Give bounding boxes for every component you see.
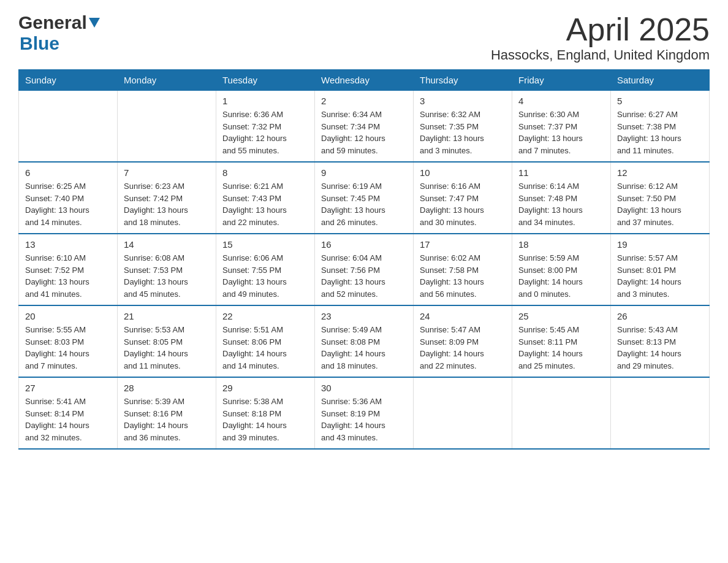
calendar-week-row: 20Sunrise: 5:55 AMSunset: 8:03 PMDayligh…	[19, 305, 710, 377]
day-number: 2	[321, 96, 407, 106]
day-info: Sunrise: 6:14 AMSunset: 7:48 PMDaylight:…	[518, 180, 604, 228]
day-info: Sunrise: 6:21 AMSunset: 7:43 PMDaylight:…	[222, 180, 308, 228]
page-subtitle: Hassocks, England, United Kingdom	[491, 47, 710, 63]
calendar-cell: 12Sunrise: 6:12 AMSunset: 7:50 PMDayligh…	[611, 162, 710, 234]
calendar-cell: 10Sunrise: 6:16 AMSunset: 7:47 PMDayligh…	[414, 162, 512, 234]
col-tuesday: Tuesday	[216, 70, 315, 91]
day-number: 14	[124, 239, 210, 250]
day-info: Sunrise: 6:16 AMSunset: 7:47 PMDaylight:…	[420, 180, 506, 228]
calendar-cell: 29Sunrise: 5:38 AMSunset: 8:18 PMDayligh…	[216, 377, 315, 449]
col-saturday: Saturday	[611, 70, 710, 91]
day-info: Sunrise: 5:38 AMSunset: 8:18 PMDaylight:…	[222, 396, 308, 443]
calendar-cell	[512, 377, 611, 449]
day-info: Sunrise: 6:32 AMSunset: 7:35 PMDaylight:…	[420, 109, 506, 156]
day-number: 16	[321, 239, 407, 250]
logo-triangle-icon	[89, 18, 100, 29]
calendar-cell: 21Sunrise: 5:53 AMSunset: 8:05 PMDayligh…	[118, 305, 216, 377]
calendar-cell: 19Sunrise: 5:57 AMSunset: 8:01 PMDayligh…	[611, 234, 710, 305]
day-number: 5	[617, 96, 703, 106]
calendar-cell: 16Sunrise: 6:04 AMSunset: 7:56 PMDayligh…	[315, 234, 414, 305]
day-info: Sunrise: 5:43 AMSunset: 8:13 PMDaylight:…	[617, 324, 703, 372]
calendar-cell: 13Sunrise: 6:10 AMSunset: 7:52 PMDayligh…	[19, 234, 118, 305]
logo-blue-text: Blue	[20, 33, 59, 54]
day-info: Sunrise: 6:02 AMSunset: 7:58 PMDaylight:…	[420, 252, 506, 300]
day-info: Sunrise: 5:59 AMSunset: 8:00 PMDaylight:…	[518, 252, 604, 300]
calendar-cell: 2Sunrise: 6:34 AMSunset: 7:34 PMDaylight…	[315, 91, 414, 163]
calendar-cell: 23Sunrise: 5:49 AMSunset: 8:08 PMDayligh…	[315, 305, 414, 377]
day-number: 22	[222, 311, 308, 321]
days-of-week-row: Sunday Monday Tuesday Wednesday Thursday…	[19, 70, 710, 91]
day-info: Sunrise: 6:08 AMSunset: 7:53 PMDaylight:…	[124, 252, 210, 300]
day-number: 28	[124, 383, 210, 393]
page-title: April 2025	[491, 12, 710, 47]
day-info: Sunrise: 5:39 AMSunset: 8:16 PMDaylight:…	[124, 396, 210, 443]
day-number: 24	[420, 311, 506, 321]
day-number: 4	[518, 96, 604, 106]
day-info: Sunrise: 6:27 AMSunset: 7:38 PMDaylight:…	[617, 109, 703, 156]
calendar-cell: 4Sunrise: 6:30 AMSunset: 7:37 PMDaylight…	[512, 91, 611, 163]
col-monday: Monday	[118, 70, 216, 91]
day-number: 9	[321, 167, 407, 178]
calendar-cell: 22Sunrise: 5:51 AMSunset: 8:06 PMDayligh…	[216, 305, 315, 377]
day-number: 23	[321, 311, 407, 321]
calendar-header: Sunday Monday Tuesday Wednesday Thursday…	[19, 70, 710, 91]
calendar-cell: 30Sunrise: 5:36 AMSunset: 8:19 PMDayligh…	[315, 377, 414, 449]
day-number: 20	[25, 311, 111, 321]
calendar-cell: 24Sunrise: 5:47 AMSunset: 8:09 PMDayligh…	[414, 305, 512, 377]
calendar-cell: 15Sunrise: 6:06 AMSunset: 7:55 PMDayligh…	[216, 234, 315, 305]
calendar-cell: 1Sunrise: 6:36 AMSunset: 7:32 PMDaylight…	[216, 91, 315, 163]
day-info: Sunrise: 6:30 AMSunset: 7:37 PMDaylight:…	[518, 109, 604, 156]
day-number: 18	[518, 239, 604, 250]
day-info: Sunrise: 6:23 AMSunset: 7:42 PMDaylight:…	[124, 180, 210, 228]
calendar-cell	[414, 377, 512, 449]
calendar-cell	[19, 91, 118, 163]
day-number: 10	[420, 167, 506, 178]
day-number: 3	[420, 96, 506, 106]
day-info: Sunrise: 6:04 AMSunset: 7:56 PMDaylight:…	[321, 252, 407, 300]
col-thursday: Thursday	[414, 70, 512, 91]
calendar-cell: 27Sunrise: 5:41 AMSunset: 8:14 PMDayligh…	[19, 377, 118, 449]
calendar-week-row: 1Sunrise: 6:36 AMSunset: 7:32 PMDaylight…	[19, 91, 710, 163]
title-block: April 2025 Hassocks, England, United Kin…	[491, 12, 710, 63]
calendar-cell: 17Sunrise: 6:02 AMSunset: 7:58 PMDayligh…	[414, 234, 512, 305]
day-number: 26	[617, 311, 703, 321]
day-info: Sunrise: 5:49 AMSunset: 8:08 PMDaylight:…	[321, 324, 407, 372]
day-number: 13	[25, 239, 111, 250]
day-number: 27	[25, 383, 111, 393]
day-info: Sunrise: 5:57 AMSunset: 8:01 PMDaylight:…	[617, 252, 703, 300]
page-header: General Blue April 2025 Hassocks, Englan…	[18, 12, 710, 63]
day-number: 19	[617, 239, 703, 250]
calendar-cell: 14Sunrise: 6:08 AMSunset: 7:53 PMDayligh…	[118, 234, 216, 305]
day-number: 21	[124, 311, 210, 321]
calendar-cell: 6Sunrise: 6:25 AMSunset: 7:40 PMDaylight…	[19, 162, 118, 234]
logo-general-text: General	[18, 12, 87, 33]
calendar-cell	[611, 377, 710, 449]
day-info: Sunrise: 6:36 AMSunset: 7:32 PMDaylight:…	[222, 109, 308, 156]
day-number: 8	[222, 167, 308, 178]
calendar-cell: 3Sunrise: 6:32 AMSunset: 7:35 PMDaylight…	[414, 91, 512, 163]
day-number: 1	[222, 96, 308, 106]
day-number: 12	[617, 167, 703, 178]
col-sunday: Sunday	[19, 70, 118, 91]
day-info: Sunrise: 5:41 AMSunset: 8:14 PMDaylight:…	[25, 396, 111, 443]
day-number: 25	[518, 311, 604, 321]
logo: General Blue	[18, 12, 100, 54]
col-friday: Friday	[512, 70, 611, 91]
calendar-body: 1Sunrise: 6:36 AMSunset: 7:32 PMDaylight…	[19, 91, 710, 450]
day-number: 15	[222, 239, 308, 250]
day-number: 7	[124, 167, 210, 178]
day-info: Sunrise: 5:51 AMSunset: 8:06 PMDaylight:…	[222, 324, 308, 372]
day-info: Sunrise: 6:19 AMSunset: 7:45 PMDaylight:…	[321, 180, 407, 228]
day-info: Sunrise: 6:06 AMSunset: 7:55 PMDaylight:…	[222, 252, 308, 300]
day-number: 6	[25, 167, 111, 178]
day-info: Sunrise: 6:25 AMSunset: 7:40 PMDaylight:…	[25, 180, 111, 228]
calendar-cell: 26Sunrise: 5:43 AMSunset: 8:13 PMDayligh…	[611, 305, 710, 377]
day-number: 11	[518, 167, 604, 178]
day-number: 17	[420, 239, 506, 250]
calendar-cell: 25Sunrise: 5:45 AMSunset: 8:11 PMDayligh…	[512, 305, 611, 377]
calendar-cell: 9Sunrise: 6:19 AMSunset: 7:45 PMDaylight…	[315, 162, 414, 234]
day-number: 30	[321, 383, 407, 393]
day-info: Sunrise: 6:34 AMSunset: 7:34 PMDaylight:…	[321, 109, 407, 156]
calendar-cell: 20Sunrise: 5:55 AMSunset: 8:03 PMDayligh…	[19, 305, 118, 377]
calendar-cell	[118, 91, 216, 163]
